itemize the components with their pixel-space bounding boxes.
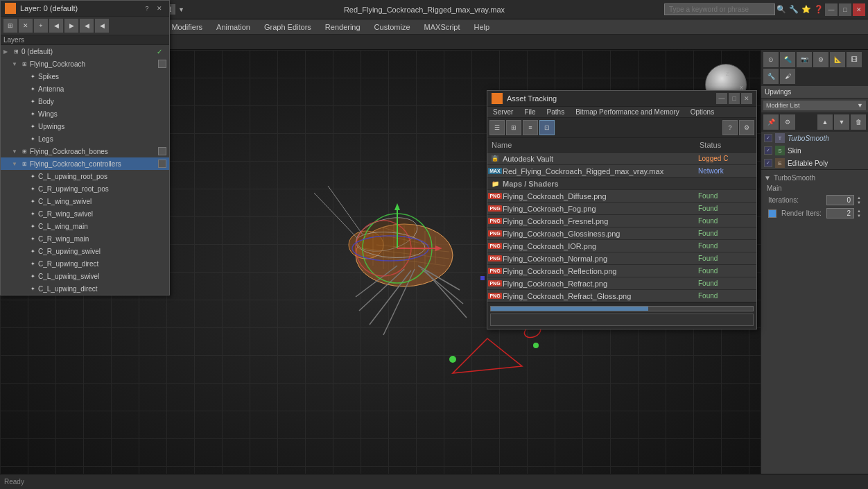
maximize-btn[interactable]: □ [839, 3, 851, 16]
asset-tb-settings[interactable]: ⚙ [739, 120, 754, 135]
rp-icon-1[interactable]: ⊙ [763, 52, 779, 67]
modifier-skin[interactable]: ✓ S Skin [761, 144, 868, 157]
layers-tb-select[interactable]: ◀ [80, 19, 94, 33]
close-btn[interactable]: ✕ [853, 3, 865, 16]
modifier-editable-poly[interactable]: ✓ E Editable Poly [761, 157, 868, 169]
rp-delete-icon[interactable]: 🗑 [851, 114, 866, 130]
layer-row-12[interactable]: ✦C_L_wing_swivel [1, 195, 169, 207]
asset-menu-server[interactable]: Server [487, 107, 519, 117]
checkbox-skin[interactable]: ✓ [764, 146, 772, 155]
asset-tb-large[interactable]: ⊡ [539, 120, 555, 135]
expand-icon-8[interactable]: ▼ [12, 148, 19, 155]
asset-menu-paths[interactable]: Paths [541, 107, 571, 117]
menu-item-animation[interactable]: Animation [209, 19, 257, 34]
render-iters-checkbox[interactable] [768, 209, 776, 218]
rp-icon-7[interactable]: 🔧 [763, 69, 779, 84]
layer-row-13[interactable]: ✦C_R_wing_swivel [1, 207, 169, 220]
layers-tb-grid[interactable]: ⊞ [3, 19, 17, 33]
rp-icon-2[interactable]: 🔦 [780, 52, 795, 67]
asset-row-7[interactable]: PNGFlying_Cockroach_IOR.pngFound [487, 240, 756, 252]
layer-row-8[interactable]: ▼⊞Flying_Cockroach_bones [1, 145, 169, 157]
asset-row-3[interactable]: PNGFlying_Cockroach_Diffuse.pngFound [487, 190, 756, 203]
layers-help-btn[interactable]: ? [141, 3, 153, 14]
layer-row-14[interactable]: ✦C_L_wing_main [1, 220, 169, 232]
asset-row-4[interactable]: PNGFlying_Cockroach_Fog.pngFound [487, 203, 756, 215]
workspace-dropdown[interactable]: ▼ [178, 6, 184, 13]
layer-row-18[interactable]: ✦C_L_upwing_swivel [1, 270, 169, 282]
rp-icon-8[interactable]: 🖌 [780, 69, 795, 84]
layer-row-11[interactable]: ✦C_R_upwing_root_pos [1, 182, 169, 195]
asset-row-2[interactable]: 📁Maps / Shaders [487, 178, 756, 190]
menu-item-graph-editors[interactable]: Graph Editors [257, 19, 318, 34]
layer-row-7[interactable]: ✦Legs [1, 132, 169, 145]
layer-square-btn-1[interactable] [158, 60, 166, 68]
rp-pin-icon[interactable]: 📌 [763, 114, 779, 130]
tb-icon-c[interactable]: ❓ [814, 5, 824, 14]
layer-row-9[interactable]: ▼⊞Flying_Cockroach_controllers [1, 157, 169, 170]
checkbox-turbosmooth[interactable]: ✓ [764, 134, 772, 142]
rp-icon-6[interactable]: 🎞 [847, 52, 862, 67]
asset-maximize-btn[interactable]: □ [729, 93, 740, 104]
rp-icon-4[interactable]: ⚙ [813, 52, 828, 67]
render-iters-value[interactable]: 2 [826, 208, 854, 218]
layer-row-17[interactable]: ✦C_R_upwing_direct [1, 257, 169, 270]
layer-row-5[interactable]: ✦Wings [1, 108, 169, 120]
layer-square-btn-8[interactable] [158, 147, 166, 155]
asset-menu-file[interactable]: File [519, 107, 541, 117]
asset-path-input[interactable] [490, 314, 754, 326]
tb-icon-a[interactable]: 🔧 [789, 5, 799, 14]
layer-row-19[interactable]: ✦C_L_upwing_direct [1, 282, 169, 295]
layer-row-16[interactable]: ✦C_R_upwing_swivel [1, 245, 169, 257]
rp-config-icon[interactable]: ⚙ [780, 114, 795, 130]
expand-icon-0[interactable]: ▶ [3, 49, 10, 55]
menu-item-maxscript[interactable]: MAXScript [417, 19, 467, 34]
rp-move-up-icon[interactable]: ▲ [817, 114, 833, 130]
search-icon[interactable]: 🔍 [776, 5, 786, 14]
layer-row-6[interactable]: ✦Upwings [1, 120, 169, 132]
asset-tb-list[interactable]: ☰ [489, 120, 505, 135]
layers-tb-deselect[interactable]: ◀ [95, 19, 109, 33]
rp-move-down-icon[interactable]: ▼ [834, 114, 849, 130]
layer-row-10[interactable]: ✦C_L_upwing_root_pos [1, 170, 169, 182]
asset-row-1[interactable]: MAXRed_Flying_Cockroach_Rigged_max_vray.… [487, 165, 756, 178]
tb-icon-b[interactable]: ⭐ [801, 5, 811, 14]
menu-item-modifiers[interactable]: Modifiers [164, 19, 209, 34]
asset-row-5[interactable]: PNGFlying_Cockroach_Fresnel.pngFound [487, 215, 756, 228]
layers-tb-add[interactable]: + [34, 19, 48, 33]
expand-icon-9[interactable]: ▼ [12, 161, 19, 167]
iterations-up[interactable]: ▲ [857, 196, 861, 200]
menu-item-customize[interactable]: Customize [367, 19, 417, 34]
asset-row-9[interactable]: PNGFlying_Cockroach_Reflection.pngFound [487, 265, 756, 277]
layer-row-1[interactable]: ▼⊞Flying_Cockroach [1, 58, 169, 70]
asset-row-6[interactable]: PNGFlying_Cockroach_Glossiness.pngFound [487, 228, 756, 240]
layer-row-15[interactable]: ✦C_R_wing_main [1, 232, 169, 245]
modifier-list-dropdown-icon[interactable]: ▼ [857, 102, 863, 109]
layers-tb-move-down[interactable]: ▶ [64, 19, 78, 33]
menu-item-rendering[interactable]: Rendering [318, 19, 367, 34]
render-iters-arrows[interactable]: ▲ ▼ [857, 209, 861, 218]
layer-row-0[interactable]: ▶⊞0 (default)✓ [1, 45, 169, 58]
modifier-turbosmooth[interactable]: ✓ T TurboSmooth [761, 132, 868, 144]
layers-tb-delete[interactable]: ✕ [19, 19, 33, 33]
iterations-down[interactable]: ▼ [857, 200, 861, 205]
asset-row-10[interactable]: PNGFlying_Cockroach_Refract.pngFound [487, 277, 756, 290]
iterations-arrows[interactable]: ▲ ▼ [857, 196, 861, 205]
asset-menu-options[interactable]: Options [685, 107, 720, 117]
menu-item-help[interactable]: Help [467, 19, 497, 34]
asset-row-11[interactable]: PNGFlying_Cockroach_Refract_Gloss.pngFou… [487, 290, 756, 302]
asset-minimize-btn[interactable]: — [716, 93, 727, 104]
layers-tb-move-up[interactable]: ◀ [49, 19, 63, 33]
render-iters-up[interactable]: ▲ [857, 209, 861, 214]
layer-row-2[interactable]: ✦Spikes [1, 70, 169, 83]
render-iters-down[interactable]: ▼ [857, 214, 861, 218]
checkbox-editable-poly[interactable]: ✓ [764, 159, 772, 167]
layers-close-btn[interactable]: ✕ [154, 3, 165, 14]
asset-row-8[interactable]: PNGFlying_Cockroach_Normal.pngFound [487, 252, 756, 265]
modifier-list-header[interactable]: Modifier List ▼ [763, 101, 866, 110]
search-input[interactable] [664, 3, 775, 15]
layer-row-4[interactable]: ✦Body [1, 95, 169, 108]
expand-icon-1[interactable]: ▼ [12, 61, 19, 67]
asset-menu-bitmap-performance-and-memory[interactable]: Bitmap Performance and Memory [570, 107, 685, 117]
asset-tb-detail[interactable]: ≡ [523, 120, 538, 135]
rp-icon-3[interactable]: 📷 [797, 52, 812, 67]
